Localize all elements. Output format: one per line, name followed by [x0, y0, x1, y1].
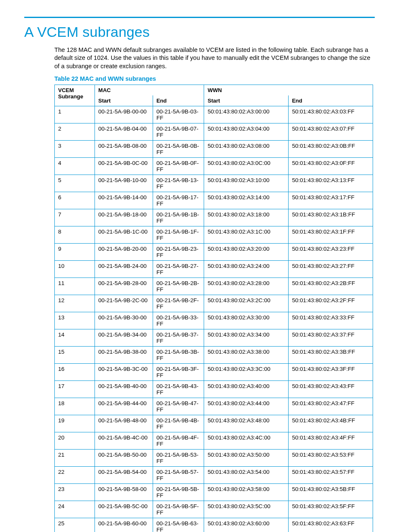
table-cell: 21 — [55, 449, 95, 466]
table-row: 700-21-5A-9B-18-0000-21-5A-9B-1B-FF50:01… — [55, 209, 373, 226]
table-row: 1400-21-5A-9B-34-0000-21-5A-9B-37-FF50:0… — [55, 329, 373, 346]
table-cell: 00-21-5A-9B-2F-FF — [153, 295, 204, 312]
table-cell: 50:01:43:80:02:A3:53:FF — [289, 449, 373, 466]
table-cell: 50:01:43:80:02:A3:50:00 — [204, 449, 289, 466]
table-cell: 00-21-5A-9B-4B-FF — [153, 415, 204, 432]
table-cell: 00-21-5A-9B-10-00 — [95, 175, 153, 192]
table-row: 900-21-5A-9B-20-0000-21-5A-9B-23-FF50:01… — [55, 243, 373, 260]
table-cell: 50:01:43:80:02:A3:23:FF — [289, 243, 373, 260]
table-cell: 00-21-5A-9B-37-FF — [153, 329, 204, 346]
table-cell: 00-21-5A-9B-40-00 — [95, 380, 153, 398]
table-cell: 5 — [55, 175, 95, 192]
table-row: 500-21-5A-9B-10-0000-21-5A-9B-13-FF50:01… — [55, 175, 373, 192]
table-cell: 00-21-5A-9B-43-FF — [153, 380, 204, 398]
table-cell: 50:01:43:80:02:A3:5C:00 — [204, 501, 289, 518]
table-cell: 18 — [55, 398, 95, 415]
table-cell: 12 — [55, 295, 95, 312]
table-cell: 50:01:43:80:02:A3:60:00 — [204, 518, 289, 532]
table-cell: 50:01:43:80:02:A3:07:FF — [289, 123, 373, 140]
table-cell: 2 — [55, 123, 95, 140]
table-cell: 50:01:43:80:02:A3:08:00 — [204, 140, 289, 157]
table-cell: 00-21-5A-9B-3B-FF — [153, 346, 204, 363]
top-rule — [24, 17, 375, 18]
table-cell: 00-21-5A-9B-03-FF — [153, 106, 204, 123]
table-row: 300-21-5A-9B-08-0000-21-5A-9B-0B-FF50:01… — [55, 140, 373, 157]
table-cell: 00-21-5A-9B-20-00 — [95, 243, 153, 260]
table-row: 1100-21-5A-9B-28-0000-21-5A-9B-2B-FF50:0… — [55, 278, 373, 295]
table-cell: 50:01:43:80:02:A3:2F:FF — [289, 295, 373, 312]
table-cell: 00-21-5A-9B-4C-00 — [95, 432, 153, 449]
table-cell: 00-21-5A-9B-50-00 — [95, 449, 153, 466]
table-cell: 50:01:43:80:02:A3:48:00 — [204, 415, 289, 432]
table-cell: 50:01:43:80:02:A3:38:00 — [204, 346, 289, 363]
col-header-subrange: VCEM Subrange — [55, 85, 95, 106]
table-cell: 50:01:43:80:02:A3:3C:00 — [204, 363, 289, 380]
table-cell: 50:01:43:80:02:A3:33:FF — [289, 312, 373, 329]
table-cell: 00-21-5A-9B-3C-00 — [95, 363, 153, 380]
table-cell: 50:01:43:80:02:A3:0C:00 — [204, 157, 289, 175]
table-row: 1600-21-5A-9B-3C-0000-21-5A-9B-3F-FF50:0… — [55, 363, 373, 380]
page-heading: A VCEM subranges — [24, 24, 375, 40]
table-cell: 14 — [55, 329, 95, 346]
intro-paragraph: The 128 MAC and WWN default subranges av… — [54, 46, 375, 70]
table-cell: 50:01:43:80:02:A3:58:00 — [204, 483, 289, 501]
table-cell: 11 — [55, 278, 95, 295]
table-cell: 50:01:43:80:02:A3:03:FF — [289, 106, 373, 123]
table-cell: 25 — [55, 518, 95, 532]
table-cell: 00-21-5A-9B-0B-FF — [153, 140, 204, 157]
table-row: 2400-21-5A-9B-5C-0000-21-5A-9B-5F-FF50:0… — [55, 501, 373, 518]
table-cell: 17 — [55, 380, 95, 398]
table-row: 600-21-5A-9B-14-0000-21-5A-9B-17-FF50:01… — [55, 192, 373, 209]
table-cell: 00-21-5A-9B-60-00 — [95, 518, 153, 532]
table-row: 1900-21-5A-9B-48-0000-21-5A-9B-4B-FF50:0… — [55, 415, 373, 432]
table-cell: 24 — [55, 501, 95, 518]
table-cell: 1 — [55, 106, 95, 123]
table-cell: 00-21-5A-9B-04-00 — [95, 123, 153, 140]
table-cell: 00-21-5A-9B-5F-FF — [153, 501, 204, 518]
table-cell: 00-21-5A-9B-2B-FF — [153, 278, 204, 295]
table-head: VCEM Subrange MAC WWN Start End Start En… — [55, 85, 373, 106]
table-cell: 50:01:43:80:02:A3:30:00 — [204, 312, 289, 329]
table-cell: 00-21-5A-9B-2C-00 — [95, 295, 153, 312]
table-cell: 50:01:43:80:02:A3:3B:FF — [289, 346, 373, 363]
table-cell: 00-21-5A-9B-00-00 — [95, 106, 153, 123]
table-row: 1500-21-5A-9B-38-0000-21-5A-9B-3B-FF50:0… — [55, 346, 373, 363]
table-cell: 3 — [55, 140, 95, 157]
table-cell: 00-21-5A-9B-5B-FF — [153, 483, 204, 501]
table-cell: 00-21-5A-9B-58-00 — [95, 483, 153, 501]
table-cell: 7 — [55, 209, 95, 226]
table-row: 100-21-5A-9B-00-0000-21-5A-9B-03-FF50:01… — [55, 106, 373, 123]
subranges-table: VCEM Subrange MAC WWN Start End Start En… — [54, 85, 373, 532]
table-cell: 50:01:43:80:02:A3:2C:00 — [204, 295, 289, 312]
table-cell: 00-21-5A-9B-5C-00 — [95, 501, 153, 518]
table-cell: 50:01:43:80:02:A3:00:00 — [204, 106, 289, 123]
table-cell: 00-21-5A-9B-28-00 — [95, 278, 153, 295]
table-cell: 00-21-5A-9B-24-00 — [95, 260, 153, 278]
table-cell: 50:01:43:80:02:A3:4F:FF — [289, 432, 373, 449]
table-row: 2500-21-5A-9B-60-0000-21-5A-9B-63-FF50:0… — [55, 518, 373, 532]
table-cell: 50:01:43:80:02:A3:1B:FF — [289, 209, 373, 226]
table-cell: 00-21-5A-9B-1F-FF — [153, 226, 204, 243]
table-cell: 50:01:43:80:02:A3:43:FF — [289, 380, 373, 398]
table-cell: 6 — [55, 192, 95, 209]
table-cell: 50:01:43:80:02:A3:14:00 — [204, 192, 289, 209]
table-cell: 50:01:43:80:02:A3:40:00 — [204, 380, 289, 398]
table-cell: 00-21-5A-9B-34-00 — [95, 329, 153, 346]
table-cell: 00-21-5A-9B-47-FF — [153, 398, 204, 415]
col-header-mac-end: End — [153, 95, 204, 106]
table-cell: 50:01:43:80:02:A3:4C:00 — [204, 432, 289, 449]
table-cell: 50:01:43:80:02:A3:44:00 — [204, 398, 289, 415]
table-cell: 00-21-5A-9B-54-00 — [95, 466, 153, 483]
table-row: 2200-21-5A-9B-54-0000-21-5A-9B-57-FF50:0… — [55, 466, 373, 483]
table-caption: Table 22 MAC and WWN subranges — [54, 75, 375, 82]
table-cell: 20 — [55, 432, 95, 449]
table-cell: 00-21-5A-9B-63-FF — [153, 518, 204, 532]
table-cell: 00-21-5A-9B-27-FF — [153, 260, 204, 278]
table-cell: 23 — [55, 483, 95, 501]
table-cell: 00-21-5A-9B-1C-00 — [95, 226, 153, 243]
table-cell: 00-21-5A-9B-17-FF — [153, 192, 204, 209]
col-header-wwn-start: Start — [204, 95, 289, 106]
table-cell: 50:01:43:80:02:A3:18:00 — [204, 209, 289, 226]
document-page: A VCEM subranges The 128 MAC and WWN def… — [0, 0, 399, 532]
table-row: 1700-21-5A-9B-40-0000-21-5A-9B-43-FF50:0… — [55, 380, 373, 398]
